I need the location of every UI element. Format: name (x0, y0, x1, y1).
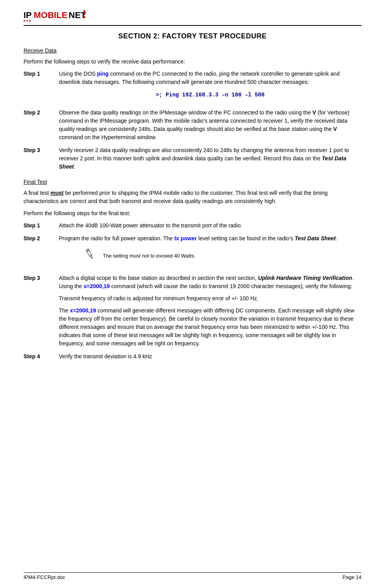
pencil-svg (83, 247, 96, 260)
final-test-section: Final Test A final test must be performe… (24, 179, 361, 361)
step2-text1: Program the radio for full power operati… (59, 235, 174, 241)
step3-bold1: Uplink Hardware Timing Verification (258, 275, 352, 281)
intro1-text: A final test (24, 190, 50, 196)
final-step4-label: Step 4 (24, 352, 59, 361)
note-text: The setting must not to exceed 40 Watts. (103, 252, 195, 260)
svg-point-5 (84, 16, 86, 18)
final-step4-content: Verify the transmit deviation is 4.9 kHz (59, 352, 361, 361)
final-step4: Step 4 Verify the transmit deviation is … (24, 352, 361, 361)
step2-text3: . (336, 235, 337, 241)
step1-text-before: Using the DOS (59, 71, 97, 77)
svg-text:NET: NET (69, 10, 86, 20)
ping-command: >; Ping 192.168.3.3 –n 100 –l 500 (59, 91, 361, 99)
final-test-intro: A final test must be performed prior to … (24, 189, 361, 205)
step3-sub1: Transmit frequency of radio is adjusted … (59, 294, 361, 303)
sub2-text1: The (59, 307, 70, 314)
step2-text3: command on the Hyperterminal window. (59, 134, 157, 140)
final-step1-content: Attach the 40dB 100-Watt power attenuato… (59, 221, 361, 230)
svg-point-3 (84, 10, 86, 12)
intro-underline: must (50, 190, 63, 196)
page-header: IP MOBILE NET (24, 8, 361, 26)
footer-left: IPM4-FCCRpt.doc (24, 574, 65, 580)
step3-text1: Attach a digital scope to the base stati… (59, 275, 258, 281)
logo-svg: IP MOBILE NET (24, 8, 86, 23)
step2-v2: V (333, 126, 337, 132)
final-step2: Step 2 Program the radio for full power … (24, 234, 361, 269)
svg-point-8 (29, 20, 31, 22)
page-footer: IPM4-FCCRpt.doc Page 14 (24, 572, 361, 580)
receive-step1-content: Using the DOS ping command on the PC con… (59, 70, 361, 104)
final-step1-label: Step 1 (24, 221, 59, 230)
final-step3-content: Attach a digital scope to the base stati… (59, 274, 361, 348)
receive-data-section: Receive Data Perform the following steps… (24, 47, 361, 171)
final-step3-label: Step 3 (24, 274, 59, 348)
final-step1: Step 1 Attach the 40dB 100-Watt power at… (24, 221, 361, 230)
final-step3: Step 3 Attach a digital scope to the bas… (24, 274, 361, 348)
receive-step3-label: Step 3 (24, 146, 59, 171)
receive-step1-label: Step 1 (24, 70, 59, 104)
svg-marker-10 (89, 255, 93, 259)
step1-ping: ping (97, 71, 109, 77)
receive-step2-content: Observe the data quality readings on the… (59, 109, 361, 142)
step2-text1: Observe the data quality readings on the… (59, 109, 312, 116)
sub2-text2: command will generate different messages… (59, 307, 354, 347)
sub2-cmd: x=2000,19 (70, 307, 96, 314)
step2-v1: V (312, 109, 316, 116)
receive-step3: Step 3 Verify receiver 2 data quality re… (24, 146, 361, 171)
logo-area: IP MOBILE NET (24, 8, 86, 23)
note-box: The setting must not to exceed 40 Watts. (82, 247, 361, 265)
svg-text:MOBILE: MOBILE (34, 10, 68, 20)
svg-point-4 (84, 13, 86, 15)
final-perform-text: Perform the following steps for the fina… (24, 209, 361, 218)
step2-bold: Test Data Sheet (295, 235, 336, 241)
step3-sub2: The x=2000,19 command will generate diff… (59, 307, 361, 348)
receive-step3-content: Verify receiver 2 data quality readings … (59, 146, 361, 171)
receive-data-heading: Receive Data (24, 47, 361, 54)
step3-text3: command (which will cause the radio to t… (110, 283, 352, 289)
step3-text2: . (74, 163, 75, 170)
receive-data-intro: Perform the following steps to verify th… (24, 58, 361, 66)
svg-text:IP: IP (24, 10, 32, 20)
step2-tx-power: tx power (174, 235, 197, 241)
step2-text2: level setting can be found in the radio'… (197, 235, 294, 241)
final-step2-label: Step 2 (24, 234, 59, 269)
final-step2-content: Program the radio for full power operati… (59, 234, 361, 269)
footer-right: Page 14 (343, 574, 361, 580)
section-title: SECTION 2: FACTORY TEST PROCEDURE (24, 32, 361, 40)
pencil-icon (82, 247, 97, 265)
receive-step2: Step 2 Observe the data quality readings… (24, 109, 361, 142)
intro2-text: be performed prior to shipping the IPM4 … (24, 190, 328, 204)
step3-cmd1: x=2000,19 (84, 283, 110, 289)
svg-point-6 (24, 20, 25, 22)
receive-step1: Step 1 Using the DOS ping command on the… (24, 70, 361, 104)
step3-text1: Verify receiver 2 data quality readings … (59, 147, 349, 162)
final-test-heading: Final Test (24, 179, 361, 185)
page-container: IP MOBILE NET SECTION 2: FACTORY TEST PR… (0, 0, 385, 588)
svg-point-7 (26, 20, 28, 22)
svg-rect-12 (86, 249, 89, 251)
receive-step2-label: Step 2 (24, 109, 59, 142)
